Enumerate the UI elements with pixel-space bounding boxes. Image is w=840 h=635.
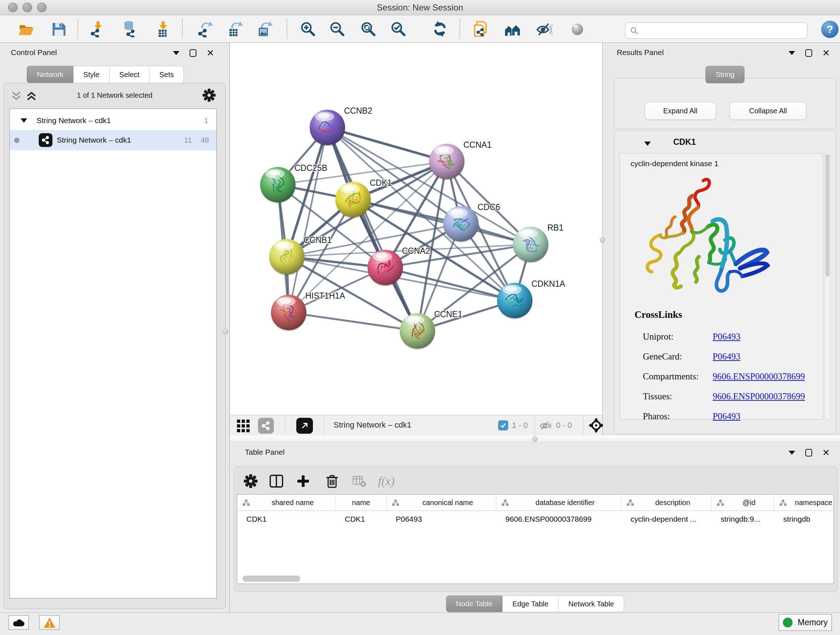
tab-style[interactable]: Style	[73, 66, 109, 83]
network-node-CCNE1[interactable]: CCNE1	[400, 310, 462, 350]
import-network-database-icon[interactable]	[121, 21, 137, 37]
string-share-icon[interactable]	[258, 418, 274, 434]
table-hscroll-thumb[interactable]	[242, 576, 300, 582]
show-columns-icon[interactable]	[269, 474, 284, 488]
panel-close-icon[interactable]: ✕	[207, 50, 214, 57]
import-network-file-icon[interactable]	[89, 21, 106, 37]
horizontal-splitter[interactable]	[230, 435, 840, 442]
table-row[interactable]: CDK1CDK1P064939606.ENSP00000378699cyclin…	[237, 511, 834, 527]
crosslink-link[interactable]: P06493	[713, 332, 740, 342]
string-home-icon[interactable]	[504, 21, 521, 37]
collapse-all-button[interactable]: Collapse All	[729, 102, 806, 120]
node-label: RB1	[547, 223, 564, 233]
panel-close-icon[interactable]: ✕	[822, 50, 830, 57]
network-node-RB1[interactable]: RB1	[513, 223, 564, 263]
tab-network-table[interactable]: Network Table	[559, 595, 624, 612]
panel-menu-icon[interactable]	[789, 451, 795, 455]
export-network-icon[interactable]	[196, 21, 213, 37]
zoom-fit-icon[interactable]	[360, 21, 377, 37]
column-header-canonical-name[interactable]: canonical name	[387, 494, 496, 510]
crosslink-label: Tissues:	[643, 391, 672, 402]
crosslink-link[interactable]: 9606.ENSP00000378699	[713, 391, 805, 402]
collapse-all-icon[interactable]	[10, 90, 23, 101]
node-count: 11	[184, 136, 192, 144]
tab-edge-table[interactable]: Edge Table	[502, 595, 559, 612]
crosslink-link[interactable]: P06493	[713, 352, 740, 362]
vertical-splitter-handle[interactable]	[600, 237, 605, 242]
tab-node-table[interactable]: Node Table	[446, 595, 503, 612]
crosslink-link[interactable]: 9606.ENSP00000378699	[713, 371, 805, 382]
zoom-out-icon[interactable]	[329, 21, 346, 37]
fit-selected-icon[interactable]	[588, 417, 604, 433]
network-view[interactable]: CCNB2 CCNA1 CDC25B CDK1	[230, 43, 603, 435]
network-node-CDKN1A[interactable]: CDKN1A	[497, 279, 565, 319]
tab-string[interactable]: String	[706, 66, 745, 83]
search-box[interactable]	[625, 22, 807, 39]
string-settings-icon[interactable]	[569, 21, 586, 37]
column-header-name[interactable]: name	[336, 494, 387, 510]
gear-icon[interactable]	[202, 88, 216, 102]
table-cell: 9606.ENSP00000378699	[496, 511, 622, 527]
splitter-handle[interactable]	[223, 329, 228, 334]
network-node-HIST1H1A[interactable]: HIST1H1A	[271, 291, 346, 331]
refresh-icon[interactable]	[431, 21, 448, 37]
crosslink-link[interactable]: P06493	[713, 411, 740, 421]
tab-sets[interactable]: Sets	[149, 66, 184, 83]
cloud-status-button[interactable]	[8, 615, 29, 630]
export-image-icon[interactable]	[256, 21, 273, 37]
open-in-browser-icon[interactable]	[296, 418, 313, 434]
network-edge[interactable]	[353, 200, 531, 244]
network-tree: String Network – cdk1 1 String Network –…	[9, 109, 217, 599]
network-row-selected[interactable]: String Network – cdk1 11 48	[10, 130, 216, 150]
delete-column-trash-icon[interactable]	[325, 474, 339, 488]
results-scrollbar[interactable]	[825, 153, 830, 420]
column-header-namespace[interactable]: namespace	[774, 494, 840, 510]
column-header-description[interactable]: description	[622, 494, 712, 510]
panel-close-icon[interactable]: ✕	[822, 449, 830, 456]
window-title: Session: New Session	[0, 0, 840, 15]
memory-button[interactable]: Memory	[778, 614, 832, 631]
save-session-icon[interactable]	[50, 21, 67, 37]
table-panel: Table Panel ✕ f(x) shared namenamecanoni…	[230, 442, 840, 613]
network-canvas[interactable]: CCNB2 CCNA1 CDC25B CDK1	[230, 43, 603, 415]
network-view-toolbar: String Network – cdk1 1 - 0 0 - 0	[230, 415, 602, 435]
panel-menu-icon[interactable]	[173, 51, 180, 55]
help-button[interactable]: ?	[821, 21, 838, 38]
panel-float-icon[interactable]	[805, 449, 812, 456]
string-import-icon[interactable]	[473, 21, 490, 37]
panel-menu-icon[interactable]	[789, 51, 795, 55]
gene-name: CDK1	[673, 137, 696, 147]
import-table-file-icon[interactable]	[154, 21, 171, 37]
selected-nodes-checkbox[interactable]	[498, 420, 508, 431]
gene-collapse-icon[interactable]	[644, 141, 651, 146]
zoom-selected-icon[interactable]	[390, 21, 407, 37]
tab-select[interactable]: Select	[110, 66, 150, 83]
tab-network[interactable]: Network	[27, 66, 73, 83]
search-input[interactable]	[638, 27, 807, 35]
panel-float-icon[interactable]	[189, 49, 196, 57]
zoom-in-icon[interactable]	[300, 21, 316, 37]
column-header-shared-name[interactable]: shared name	[237, 494, 336, 510]
network-edge[interactable]	[289, 312, 417, 331]
table-cell: CDK1	[237, 511, 336, 527]
column-header-database-identifier[interactable]: database identifier	[496, 494, 622, 510]
warnings-button[interactable]	[39, 615, 60, 630]
panel-float-icon[interactable]	[805, 49, 812, 57]
expand-all-icon[interactable]	[25, 90, 38, 101]
network-edge[interactable]	[289, 127, 327, 312]
add-column-icon[interactable]	[296, 474, 310, 488]
collection-count: 1	[204, 116, 208, 125]
expand-all-button[interactable]: Expand All	[645, 102, 716, 120]
selected-count: 1 - 0	[512, 421, 528, 430]
network-node-CCNA2[interactable]: CCNA2	[368, 246, 430, 287]
column-header--id[interactable]: @id	[712, 494, 774, 510]
node-label: CCNB1	[303, 235, 332, 245]
open-session-icon[interactable]	[18, 21, 34, 37]
table-cell: stringdb:9...	[712, 511, 774, 527]
string-hide-glyphs-icon[interactable]	[536, 21, 553, 37]
export-table-icon[interactable]	[226, 21, 243, 37]
table-settings-gear-icon[interactable]	[243, 474, 258, 488]
control-panel: Control Panel ✕ NetworkStyleSelectSets 1…	[0, 43, 230, 613]
birds-eye-view-icon[interactable]	[235, 417, 252, 434]
network-collection-row[interactable]: String Network – cdk1 1	[10, 112, 216, 129]
